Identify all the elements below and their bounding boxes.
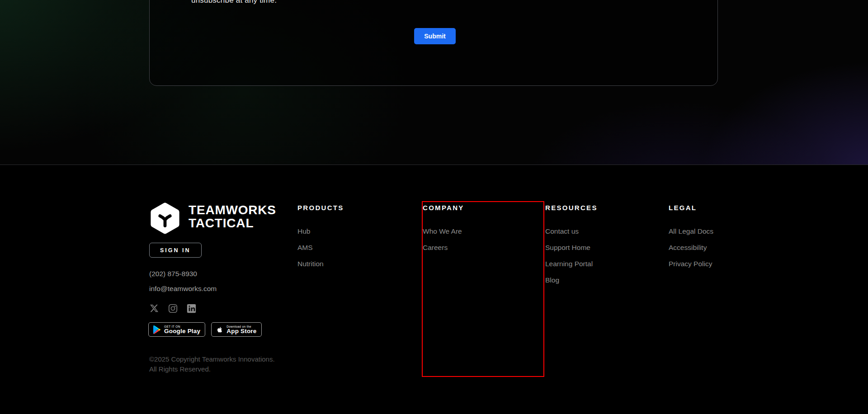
footer-link-blog[interactable]: Blog <box>545 276 559 284</box>
footer-link-accessibility[interactable]: Accessibility <box>669 244 707 251</box>
social-links <box>149 303 196 313</box>
google-play-label: Google Play <box>164 328 200 334</box>
footer-link-nutrition[interactable]: Nutrition <box>297 260 324 268</box>
instagram-icon <box>168 304 178 313</box>
copyright-line2: All Rights Reserved. <box>149 364 275 374</box>
footer-link-contact-us[interactable]: Contact us <box>545 227 579 235</box>
submit-button[interactable]: Submit <box>414 28 456 44</box>
column-title: PRODUCTS <box>297 204 344 212</box>
footer-link-all-legal-docs[interactable]: All Legal Docs <box>669 227 713 235</box>
brand-name-line1: TEAMWORKS <box>189 203 276 216</box>
app-badges: GET IT ON Google Play Download on the Ap… <box>148 322 262 337</box>
linkedin-icon <box>187 304 196 313</box>
google-play-icon <box>153 325 161 334</box>
brand-wordmark: TEAMWORKS TACTICAL <box>189 203 276 230</box>
sign-in-button[interactable]: SIGN IN <box>149 243 202 258</box>
hero-section: unsubscribe at any time. Submit <box>0 0 868 165</box>
footer-column-resources: RESOURCES Contact us Support Home Learni… <box>545 204 598 292</box>
app-store-badge[interactable]: Download on the App Store <box>211 322 261 337</box>
footer-link-learning-portal[interactable]: Learning Portal <box>545 260 593 268</box>
footer-column-products: PRODUCTS Hub AMS Nutrition <box>297 204 344 276</box>
brand-name-line2: TACTICAL <box>189 216 276 230</box>
footer-link-support-home[interactable]: Support Home <box>545 244 590 251</box>
newsletter-form-card: unsubscribe at any time. Submit <box>149 0 718 86</box>
linkedin-social-link[interactable] <box>186 303 196 313</box>
footer-link-ams[interactable]: AMS <box>297 244 313 251</box>
column-title: RESOURCES <box>545 204 598 212</box>
apple-icon <box>216 325 223 334</box>
footer-column-company: COMPANY Who We Are Careers <box>423 204 464 259</box>
x-icon <box>150 304 159 313</box>
copyright: ©2025 Copyright Teamworks Innovations. A… <box>149 354 275 374</box>
column-title: LEGAL <box>669 204 713 212</box>
x-social-link[interactable] <box>149 303 159 313</box>
phone-link[interactable]: (202) 875-8930 <box>149 270 197 278</box>
footer-link-hub[interactable]: Hub <box>297 227 310 235</box>
instagram-social-link[interactable] <box>168 303 178 313</box>
footer-link-careers[interactable]: Careers <box>423 244 448 251</box>
copyright-line1: ©2025 Copyright Teamworks Innovations. <box>149 354 275 364</box>
teamworks-logo-icon <box>149 202 181 234</box>
footer: TEAMWORKS TACTICAL SIGN IN (202) 875-893… <box>0 165 868 414</box>
email-link[interactable]: info@teamworks.com <box>149 285 217 293</box>
google-play-badge[interactable]: GET IT ON Google Play <box>148 322 205 337</box>
page: unsubscribe at any time. Submit TEAMWORK… <box>0 0 868 414</box>
column-title: COMPANY <box>423 204 464 212</box>
unsubscribe-note: unsubscribe at any time. <box>191 0 277 5</box>
app-store-label: App Store <box>226 328 256 334</box>
footer-link-who-we-are[interactable]: Who We Are <box>423 227 462 235</box>
footer-column-legal: LEGAL All Legal Docs Accessibility Priva… <box>669 204 713 276</box>
footer-link-privacy-policy[interactable]: Privacy Policy <box>669 260 712 268</box>
